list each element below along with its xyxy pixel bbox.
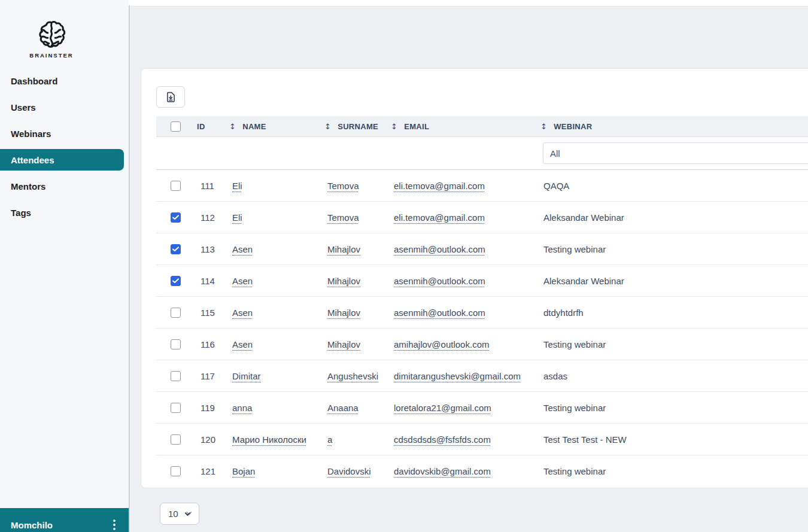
surname-link[interactable]: Anaana (327, 403, 359, 413)
surname-link[interactable]: a (327, 434, 332, 445)
row-checkbox[interactable] (171, 244, 181, 254)
row-surname-cell: Temova (321, 202, 388, 233)
email-link[interactable]: amihajlov@outlook.com (394, 339, 489, 349)
email-link[interactable]: asenmih@outlook.com (394, 244, 485, 254)
row-checkbox[interactable] (171, 403, 181, 413)
row-checkbox[interactable] (171, 466, 181, 476)
row-select-cell (156, 329, 195, 360)
main-content: ID↕NAME↕SURNAME↕EMAIL↕WEBINAR All 111Eli… (130, 6, 808, 532)
row-name-cell: Asen (226, 233, 321, 265)
row-checkbox[interactable] (171, 434, 181, 445)
webinar-filter-select[interactable]: All (543, 142, 808, 164)
surname-link[interactable]: Angushevski (327, 371, 378, 381)
filter-cell-webinar: All (537, 137, 808, 169)
table-row: 119annaAnaanaloretalora21@gmail.comTesti… (156, 392, 808, 424)
row-email-cell: eli.temova@gmail.com (388, 202, 537, 233)
table-header-row: ID↕NAME↕SURNAME↕EMAIL↕WEBINAR (156, 116, 808, 137)
sidebar-item-attendees[interactable]: Attendees (0, 149, 124, 171)
row-name-cell: Марио Николоски (226, 424, 321, 455)
name-link[interactable]: Asen (232, 308, 253, 318)
name-link[interactable]: Asen (232, 244, 253, 254)
surname-link[interactable]: Temova (327, 181, 359, 191)
sidebar-item-users[interactable]: Users (0, 96, 129, 118)
row-email-cell: eli.temova@gmail.com (388, 170, 537, 201)
row-surname-cell: Mihajlov (321, 265, 388, 296)
sidebar: BRAINSTER DashboardUsersWebinarsAttendee… (0, 0, 129, 532)
row-email-cell: dimitarangushevski@gmail.com (388, 360, 537, 391)
surname-link[interactable]: Temova (327, 212, 359, 223)
kebab-menu-icon[interactable] (113, 519, 116, 530)
user-bar[interactable]: Momchilo (0, 508, 129, 532)
row-name-cell: Asen (226, 265, 321, 296)
row-webinar-cell: Testing webinar (537, 329, 808, 360)
row-select-cell (156, 233, 195, 265)
table-row: 115AsenMihajlovasenmih@outlook.comdtdyht… (156, 297, 808, 329)
row-webinar-cell: asdas (537, 360, 808, 391)
row-checkbox[interactable] (171, 308, 181, 318)
column-header-name[interactable]: ↕NAME (226, 116, 321, 136)
email-link[interactable]: eli.temova@gmail.com (394, 212, 485, 223)
row-name-cell: Asen (226, 297, 321, 328)
email-link[interactable]: cdsdsdsds@fsfsfds.com (394, 434, 491, 445)
row-id-cell: 115 (195, 297, 226, 328)
column-header-email[interactable]: ↕EMAIL (388, 116, 537, 136)
email-link[interactable]: davidovskib@gmail.com (394, 466, 491, 476)
row-surname-cell: Mihajlov (321, 297, 388, 328)
name-link[interactable]: Asen (232, 276, 253, 286)
name-link[interactable]: Bojan (232, 466, 255, 476)
row-id-cell: 119 (195, 392, 226, 423)
column-label: SURNAME (338, 122, 378, 131)
page-size-select[interactable]: 10 (160, 503, 199, 525)
sidebar-item-webinars[interactable]: Webinars (0, 123, 129, 144)
sidebar-item-dashboard[interactable]: Dashboard (0, 70, 129, 92)
row-webinar-cell: Testing webinar (537, 233, 808, 265)
row-checkbox[interactable] (171, 371, 181, 381)
row-select-cell (156, 170, 195, 201)
row-webinar-cell: dtdyhtdrfh (537, 297, 808, 328)
row-checkbox[interactable] (171, 339, 181, 349)
page-size-value: 10 (168, 509, 178, 519)
name-link[interactable]: Asen (232, 339, 253, 349)
name-link[interactable]: Eli (232, 181, 242, 191)
sidebar-nav: DashboardUsersWebinarsAttendeesMentorsTa… (0, 70, 129, 223)
column-label: WEBINAR (554, 122, 592, 131)
sort-icon: ↕ (324, 122, 331, 131)
surname-link[interactable]: Mihajlov (327, 276, 360, 286)
name-link[interactable]: Eli (232, 212, 242, 223)
column-header-surname[interactable]: ↕SURNAME (321, 116, 388, 136)
surname-link[interactable]: Davidovski (327, 466, 371, 476)
row-checkbox[interactable] (171, 276, 181, 286)
row-select-cell (156, 455, 195, 487)
table-row: 113AsenMihajlovasenmih@outlook.comTestin… (156, 233, 808, 265)
filter-cell (156, 137, 195, 169)
select-all-checkbox[interactable] (171, 121, 181, 132)
sidebar-item-tags[interactable]: Tags (0, 202, 129, 223)
email-link[interactable]: dimitarangushevski@gmail.com (394, 371, 521, 381)
sidebar-item-mentors[interactable]: Mentors (0, 175, 129, 197)
row-surname-cell: Anaana (321, 392, 388, 423)
surname-link[interactable]: Mihajlov (327, 308, 360, 318)
name-link[interactable]: anna (232, 403, 252, 413)
row-checkbox[interactable] (171, 212, 181, 223)
row-surname-cell: Mihajlov (321, 233, 388, 265)
email-link[interactable]: asenmih@outlook.com (394, 276, 485, 286)
surname-link[interactable]: Mihajlov (327, 244, 360, 254)
sort-icon: ↕ (391, 122, 397, 131)
table-row: 121BojanDavidovskidavidovskib@gmail.comT… (156, 455, 808, 487)
brainster-logo-icon (37, 20, 66, 50)
column-header-id[interactable]: ID (195, 116, 226, 136)
column-header-webinar[interactable]: ↕WEBINAR (537, 116, 808, 136)
attendees-card: ID↕NAME↕SURNAME↕EMAIL↕WEBINAR All 111Eli… (141, 68, 808, 488)
email-link[interactable]: asenmih@outlook.com (394, 308, 485, 318)
name-link[interactable]: Марио Николоски (232, 434, 306, 445)
brand: BRAINSTER (0, 20, 103, 59)
row-name-cell: Bojan (226, 455, 321, 487)
name-link[interactable]: Dimitar (232, 371, 261, 381)
export-button[interactable] (156, 86, 185, 108)
email-link[interactable]: loretalora21@gmail.com (394, 403, 491, 413)
surname-link[interactable]: Mihajlov (327, 339, 360, 349)
email-link[interactable]: eli.temova@gmail.com (394, 181, 485, 191)
row-id-cell: 111 (195, 170, 226, 201)
row-checkbox[interactable] (171, 181, 181, 191)
row-select-cell (156, 424, 195, 455)
